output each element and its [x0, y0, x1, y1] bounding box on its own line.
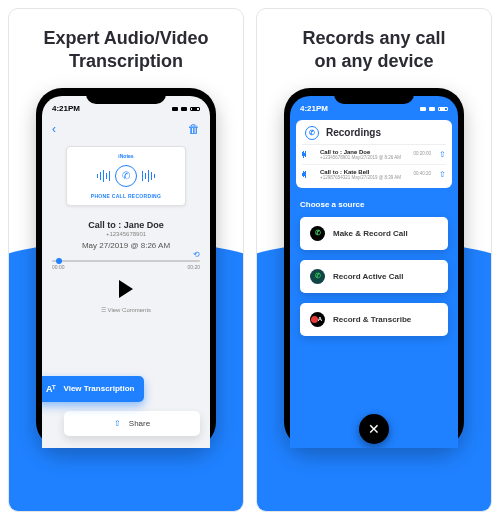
phone-icon: ✆	[310, 226, 325, 241]
statusbar-icons	[172, 107, 200, 111]
mini-wave-icon	[302, 151, 316, 158]
call-meta: Call to : Jane Doe +12345678901 May 27/2…	[42, 212, 210, 252]
headline-line1: Records any call	[267, 27, 481, 50]
headline-line2: on any device	[267, 50, 481, 73]
active-call-icon: ✆	[310, 269, 325, 284]
statusbar-time: 4:21PM	[52, 104, 80, 113]
phone-icon: ✆	[115, 165, 137, 187]
phone-frame-right: 4:21PM ✆ Recordings Call to :	[284, 88, 464, 448]
statusbar-icons	[420, 107, 448, 111]
share-icon[interactable]: ⇧	[439, 150, 446, 159]
left-store-panel: Expert Audio/Video Transcription 4:21PM …	[8, 8, 244, 512]
brand-label: iNotes	[71, 153, 181, 159]
view-comments-link[interactable]: ☰ View Comments	[42, 306, 210, 313]
row-duration: 00:20:00	[413, 151, 431, 156]
choose-source-label: Choose a source	[300, 200, 448, 209]
call-to-label: Call to : Jane Doe	[48, 220, 204, 230]
row-sub: +12987654321 May/27/2019 @ 8:39 AM	[320, 175, 409, 180]
left-headline: Expert Audio/Video Transcription	[9, 9, 243, 88]
share-icon: ⇧	[114, 419, 121, 428]
recording-row[interactable]: Call to : Jane Doe +12345678901 May/27/2…	[302, 145, 446, 165]
play-icon[interactable]	[119, 280, 133, 298]
playback-progress[interactable]: ⟲ 00:00 00:20	[52, 260, 200, 270]
recording-row[interactable]: Call to : Kate Bell +12987654321 May/27/…	[302, 165, 446, 184]
right-headline: Records any call on any device	[257, 9, 491, 88]
headline-line2: Transcription	[19, 50, 233, 73]
close-icon[interactable]: ✕	[359, 414, 389, 444]
statusbar-time: 4:21PM	[300, 104, 328, 113]
notch	[86, 88, 166, 104]
back-icon[interactable]: ‹	[52, 122, 56, 136]
topbar: ‹ 🗑	[42, 118, 210, 140]
notch	[334, 88, 414, 104]
progress-end: 00:20	[187, 264, 200, 270]
phone-icon: ✆	[305, 126, 319, 140]
trash-icon[interactable]: 🗑	[188, 122, 200, 136]
call-date: May 27/2019 @ 8:26 AM	[48, 241, 204, 250]
share-button[interactable]: ⇧ Share	[64, 411, 200, 436]
recording-type-label: PHONE CALL RECORDING	[71, 193, 181, 199]
recordings-card: ✆ Recordings Call to : Jane Doe +1234567…	[296, 120, 452, 188]
text-icon: Aᵀ	[46, 384, 56, 394]
waveform-icon: ✆	[71, 165, 181, 187]
headline-line1: Expert Audio/Video	[19, 27, 233, 50]
recordings-header: ✆ Recordings	[302, 126, 446, 145]
loop-icon[interactable]: ⟲	[193, 250, 200, 259]
record-transcribe-icon: A	[310, 312, 325, 327]
phone-frame-left: 4:21PM ‹ 🗑 iNotes ✆	[36, 88, 216, 448]
view-transcription-button[interactable]: Aᵀ View Transcription	[42, 376, 144, 402]
progress-start: 00:00	[52, 264, 65, 270]
share-icon[interactable]: ⇧	[439, 170, 446, 179]
mini-wave-icon	[302, 171, 316, 178]
record-active-call-button[interactable]: ✆ Record Active Call	[300, 260, 448, 293]
record-transcribe-button[interactable]: A Record & Transcribe	[300, 303, 448, 336]
row-duration: 00:40:20	[413, 171, 431, 176]
screen-left: 4:21PM ‹ 🗑 iNotes ✆	[42, 96, 210, 448]
recording-card: iNotes ✆ PHONE CALL RECORDING	[66, 146, 186, 206]
screen-right: 4:21PM ✆ Recordings Call to :	[290, 96, 458, 448]
right-store-panel: Records any call on any device 4:21PM ✆ …	[256, 8, 492, 512]
call-number: +12345678901	[48, 231, 204, 237]
row-sub: +12345678901 May/27/2019 @ 8:26 AM	[320, 155, 409, 160]
make-record-call-button[interactable]: ✆ Make & Record Call	[300, 217, 448, 250]
